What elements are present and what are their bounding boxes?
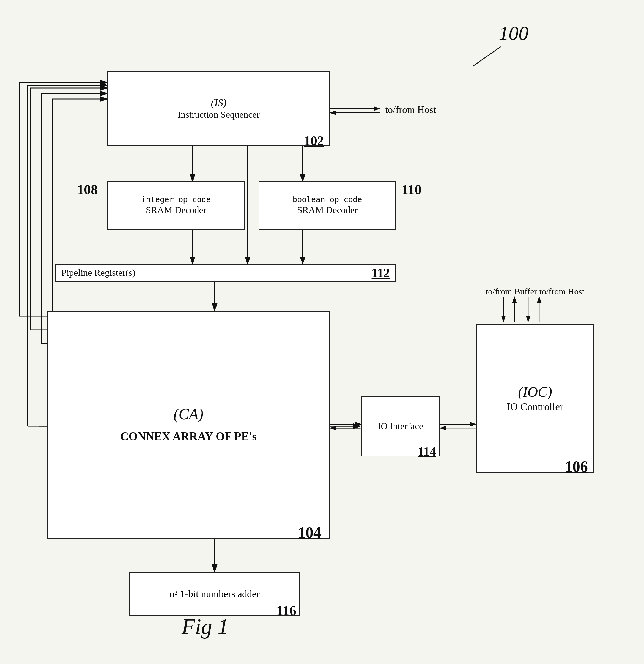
integer-decoder-box: integer_op_code SRAM Decoder: [107, 182, 245, 230]
ioc-ref: 106: [565, 458, 588, 475]
ca-ref: 104: [298, 524, 321, 541]
figure-label: Fig 1: [182, 614, 228, 639]
pipeline-ref: 112: [371, 266, 390, 280]
ca-label: CONNEX ARRAY OF PE's: [120, 428, 257, 444]
io-interface-label: IO Interface: [378, 420, 423, 432]
adder-ref: 116: [277, 602, 296, 618]
to-from-buffer-label: to/from Buffer to/from Host: [476, 286, 594, 297]
adder-label: n² 1-bit numbers adder: [169, 588, 260, 600]
is-label: Instruction Sequencer: [178, 109, 259, 121]
to-from-host-label: to/from Host: [385, 104, 436, 116]
io-interface-box: IO Interface 114: [361, 396, 440, 456]
svg-line-3: [473, 47, 501, 66]
boolean-code-label: boolean_op_code: [293, 195, 362, 204]
ioc-abbr-label: (IOC): [518, 384, 552, 400]
ioc-label: IO Controller: [507, 400, 563, 414]
ca-abbr-label: (CA): [174, 405, 204, 423]
is-abbr-label: (IS): [211, 97, 227, 109]
instruction-sequencer-box: (IS) Instruction Sequencer 102: [107, 71, 330, 146]
io-interface-ref: 114: [418, 444, 436, 459]
is-ref: 102: [304, 133, 324, 148]
integer-decoder-label: SRAM Decoder: [146, 204, 206, 216]
diagram-container: 100 (IS) Instruction Sequencer 102 to/fr…: [0, 0, 644, 664]
integer-code-label: integer_op_code: [141, 195, 211, 204]
boolean-decoder-label: SRAM Decoder: [297, 204, 358, 216]
io-controller-box: (IOC) IO Controller 106: [476, 325, 594, 473]
boolean-decoder-box: boolean_op_code SRAM Decoder: [259, 182, 396, 230]
boolean-ref: 110: [402, 182, 421, 198]
pipeline-register-box: Pipeline Register(s) 112: [55, 264, 396, 282]
ref-100: 100: [499, 22, 528, 45]
pipeline-label: Pipeline Register(s): [61, 267, 135, 279]
adder-box: n² 1-bit numbers adder 116: [129, 572, 300, 616]
integer-ref: 108: [77, 182, 98, 198]
connex-array-box: (CA) CONNEX ARRAY OF PE's 104: [47, 311, 330, 539]
